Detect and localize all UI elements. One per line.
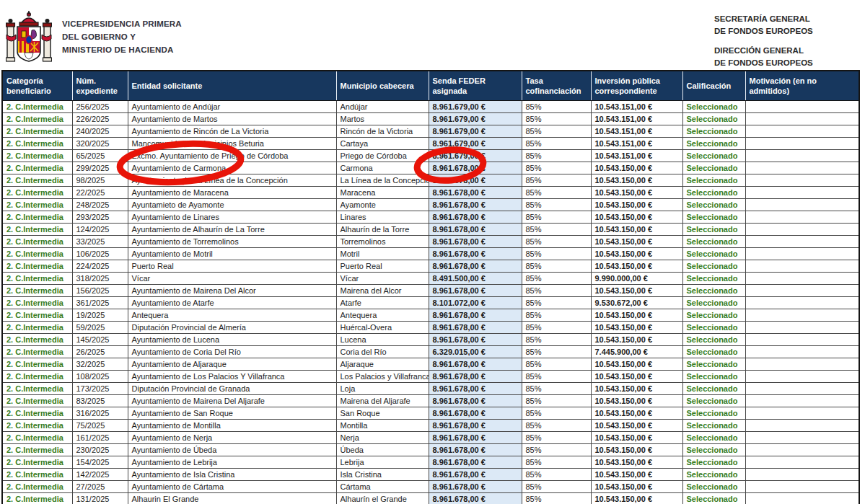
cell-categoria: 2. C.Intermedia xyxy=(2,199,72,211)
cell-expediente: 299/2025 xyxy=(72,162,128,174)
cell-senda-feder: 8.961.678,00 € xyxy=(429,383,522,395)
cell-municipio: Lebrija xyxy=(336,456,429,469)
cell-calificacion: Seleccionado xyxy=(682,334,745,346)
cell-categoria: 2. C.Intermedia xyxy=(2,346,72,358)
cell-expediente: 361/2025 xyxy=(72,297,128,309)
cell-tasa: 85% xyxy=(522,174,591,187)
cell-inversion: 10.543.150,00 € xyxy=(591,456,682,469)
cell-tasa: 85% xyxy=(522,395,591,407)
cell-motivacion xyxy=(745,334,859,346)
cell-entidad: Ayuntamiento de Atarfe xyxy=(128,297,336,309)
table-row: 2. C.Intermedia240/2025Ayuntamiento de R… xyxy=(2,125,859,138)
cell-inversion: 10.543.150,00 € xyxy=(591,162,682,174)
cell-senda-feder: 8.961.678,00 € xyxy=(429,371,522,383)
cell-expediente: 240/2025 xyxy=(72,125,128,138)
cell-calificacion: Seleccionado xyxy=(682,346,745,358)
cell-tasa: 85% xyxy=(522,297,591,309)
table-row: 2. C.Intermedia98/2025Ayuntamiento de La… xyxy=(2,174,859,187)
cell-municipio: Motril xyxy=(336,248,429,260)
cell-calificacion: Seleccionado xyxy=(682,162,745,174)
cell-expediente: 22/2025 xyxy=(72,187,128,199)
col-header-categoria: Categoría beneficiario xyxy=(2,71,72,101)
cell-categoria: 2. C.Intermedia xyxy=(2,456,72,469)
cell-motivacion xyxy=(745,162,859,174)
table-row: 2. C.Intermedia33/2025Ayuntamiento de To… xyxy=(2,236,859,248)
cell-senda-feder: 8.961.678,00 € xyxy=(429,162,522,174)
table-row: 2. C.Intermedia108/2025Ayuntamiento de L… xyxy=(2,371,859,383)
cell-motivacion xyxy=(745,456,859,469)
cell-municipio: Puerto Real xyxy=(336,260,429,273)
department-titles: SECRETARÍA GENERAL DE FONDOS EUROPEOS DI… xyxy=(714,13,813,77)
cell-categoria: 2. C.Intermedia xyxy=(2,150,72,162)
cell-tasa: 85% xyxy=(522,358,591,371)
cell-senda-feder: 8.961.679,00 € xyxy=(429,125,522,138)
cell-inversion: 10.543.150,00 € xyxy=(591,334,682,346)
cell-tasa: 85% xyxy=(522,444,591,456)
spain-coat-of-arms-logo xyxy=(6,10,52,65)
cell-motivacion xyxy=(745,113,859,125)
cell-inversion: 9.530.672,00 € xyxy=(591,297,682,309)
cell-inversion: 10.543.150,00 € xyxy=(591,211,682,224)
cell-entidad: Alhaurin El Grande xyxy=(128,493,336,504)
cell-expediente: 106/2025 xyxy=(72,248,128,260)
cell-expediente: 124/2025 xyxy=(72,224,128,236)
cell-municipio: San Roque xyxy=(336,407,429,420)
cell-entidad: Mancomunidad de Municipios Beturia xyxy=(128,138,336,150)
cell-inversion: 10.543.150,00 € xyxy=(591,481,682,493)
cell-municipio: Rincón de la Victoria xyxy=(336,125,429,138)
cell-entidad: Ayuntamiento de Motril xyxy=(128,248,336,260)
cell-inversion: 10.543.150,00 € xyxy=(591,358,682,371)
cell-tasa: 85% xyxy=(522,138,591,150)
cell-categoria: 2. C.Intermedia xyxy=(2,248,72,260)
table-row: 2. C.Intermedia124/2025Ayuntamiento de A… xyxy=(2,224,859,236)
col-header-entidad: Entidad solicitante xyxy=(128,71,336,101)
col-header-senda: Senda FEDER asignada xyxy=(429,71,522,101)
cell-motivacion xyxy=(745,346,859,358)
secretaria-general-title: SECRETARÍA GENERAL DE FONDOS EUROPEOS xyxy=(714,13,813,37)
cell-tasa: 85% xyxy=(522,420,591,432)
cell-categoria: 2. C.Intermedia xyxy=(2,444,72,456)
cell-motivacion xyxy=(745,260,859,273)
table-row: 2. C.Intermedia361/2025Ayuntamiento de A… xyxy=(2,297,859,309)
table-row: 2. C.Intermedia248/2025Ayuntamieto de Ay… xyxy=(2,199,859,211)
cell-calificacion: Seleccionado xyxy=(682,101,745,113)
ministry-line-1: VICEPRESIDENCIA PRIMERA xyxy=(62,18,182,31)
cell-tasa: 85% xyxy=(522,309,591,322)
cell-municipio: Alhaurín de la Torre xyxy=(336,224,429,236)
cell-tasa: 85% xyxy=(522,273,591,285)
cell-categoria: 2. C.Intermedia xyxy=(2,371,72,383)
cell-tasa: 85% xyxy=(522,236,591,248)
cell-inversion: 10.543.150,00 € xyxy=(591,371,682,383)
cell-municipio: Priego de Córdoba xyxy=(336,150,429,162)
cell-municipio: Lucena xyxy=(336,334,429,346)
cell-tasa: 85% xyxy=(522,162,591,174)
cell-tasa: 85% xyxy=(522,199,591,211)
cell-calificacion: Seleccionado xyxy=(682,224,745,236)
cell-calificacion: Seleccionado xyxy=(682,113,745,125)
col-header-calificacion: Calificación xyxy=(682,71,745,101)
cell-calificacion: Seleccionado xyxy=(682,187,745,199)
table-row: 2. C.Intermedia318/2025VícarVícar8.491.5… xyxy=(2,273,859,285)
cell-senda-feder: 8.961.678,00 € xyxy=(429,358,522,371)
cell-categoria: 2. C.Intermedia xyxy=(2,236,72,248)
cell-tasa: 85% xyxy=(522,125,591,138)
cell-expediente: 26/2025 xyxy=(72,346,128,358)
cell-calificacion: Seleccionado xyxy=(682,407,745,420)
table-row: 2. C.Intermedia320/2025Mancomunidad de M… xyxy=(2,138,859,150)
cell-motivacion xyxy=(745,285,859,297)
cell-calificacion: Seleccionado xyxy=(682,236,745,248)
cell-calificacion: Seleccionado xyxy=(682,420,745,432)
cell-motivacion xyxy=(745,322,859,334)
cell-senda-feder: 6.329.015,00 € xyxy=(429,346,522,358)
cell-inversion: 10.543.150,00 € xyxy=(591,444,682,456)
cell-categoria: 2. C.Intermedia xyxy=(2,260,72,273)
cell-municipio: Los Palacios y Villafranca xyxy=(336,371,429,383)
cell-inversion: 7.445.900,00 € xyxy=(591,346,682,358)
cell-categoria: 2. C.Intermedia xyxy=(2,395,72,407)
cell-municipio: Cartaya xyxy=(336,138,429,150)
table-row: 2. C.Intermedia256/2025Ayuntamiento de A… xyxy=(2,101,859,113)
cell-expediente: 156/2025 xyxy=(72,285,128,297)
cell-municipio: Montilla xyxy=(336,420,429,432)
cell-entidad: Ayuntamiento de Isla Cristina xyxy=(128,469,336,481)
cell-municipio: Martos xyxy=(336,113,429,125)
